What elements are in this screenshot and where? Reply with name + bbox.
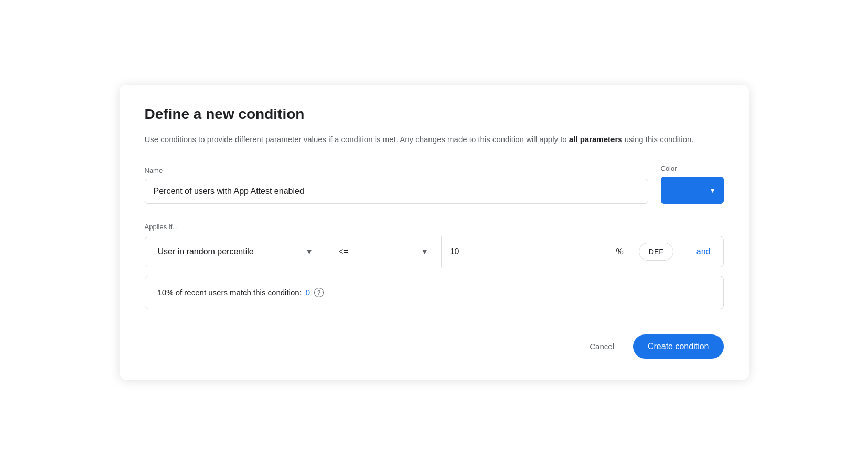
define-condition-dialog: Define a new condition Use conditions to… xyxy=(120,85,749,380)
match-count-value: 0 xyxy=(306,288,310,297)
description-start: Use conditions to provide different para… xyxy=(145,135,569,144)
applies-label: Applies if... xyxy=(145,223,724,231)
description-end: using this condition. xyxy=(623,135,694,144)
name-group: Name xyxy=(145,167,648,204)
condition-value-group xyxy=(442,236,614,267)
create-condition-button[interactable]: Create condition xyxy=(633,334,724,359)
condition-def-button[interactable]: DEF xyxy=(639,243,673,261)
condition-operator-value: <= xyxy=(339,247,349,256)
condition-and-button[interactable]: and xyxy=(684,236,723,267)
condition-operator-chevron-icon: ▼ xyxy=(421,247,428,256)
name-label: Name xyxy=(145,167,648,175)
condition-row: User in random percentile ▼ <= ▼ % DEF a… xyxy=(145,236,724,267)
cancel-button[interactable]: Cancel xyxy=(579,336,625,357)
dialog-footer: Cancel Create condition xyxy=(145,334,724,359)
match-text-prefix: 10% of recent users match this condition… xyxy=(158,288,302,297)
condition-type-value: User in random percentile xyxy=(158,247,254,256)
color-picker-button[interactable]: ▼ xyxy=(661,177,724,204)
condition-number-input[interactable] xyxy=(450,247,481,256)
condition-type-chevron-icon: ▼ xyxy=(306,247,313,256)
color-label: Color xyxy=(661,165,724,172)
match-info-box: 10% of recent users match this condition… xyxy=(145,276,724,309)
name-input[interactable] xyxy=(145,179,648,204)
condition-type-select[interactable]: User in random percentile ▼ xyxy=(145,236,326,267)
dialog-title: Define a new condition xyxy=(145,106,724,123)
chevron-down-icon: ▼ xyxy=(709,186,716,195)
dialog-description: Use conditions to provide different para… xyxy=(145,133,724,146)
description-bold: all parameters xyxy=(569,135,623,144)
color-group: Color ▼ xyxy=(661,165,724,204)
condition-operator-select[interactable]: <= ▼ xyxy=(326,236,442,267)
condition-percent-label: % xyxy=(614,236,628,267)
name-color-row: Name Color ▼ xyxy=(145,165,724,204)
help-icon[interactable]: ? xyxy=(314,288,324,297)
